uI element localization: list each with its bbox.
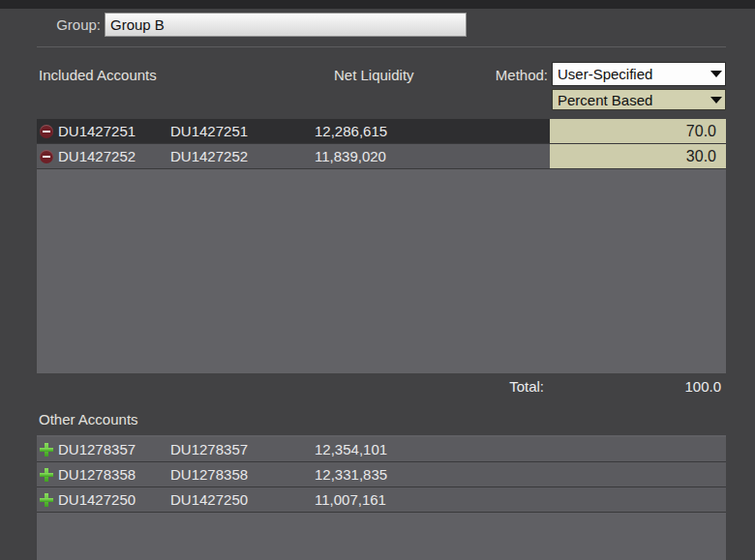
other-accounts-title: Other Accounts [39, 411, 138, 427]
table-row[interactable]: DU1278358 DU1278358 12,331,835 [37, 462, 726, 487]
method-label: Method: [476, 67, 548, 83]
account-name: DU1427251 [170, 119, 248, 143]
method-dropdown[interactable]: User-Specified [552, 62, 726, 86]
method-dropdown-value: User-Specified [553, 66, 708, 82]
account-name: DU1427250 [170, 487, 248, 512]
account-id: DU1278357 [58, 437, 136, 461]
net-liquidity-value: 12,354,101 [315, 437, 387, 461]
included-accounts-title: Included Accounts [39, 67, 157, 83]
account-id: DU1427250 [58, 487, 136, 512]
group-label: Group: [29, 16, 101, 33]
remove-account-icon[interactable] [40, 150, 53, 163]
table-row[interactable]: DU1278357 DU1278357 12,354,101 [37, 437, 726, 462]
net-liquidity-value: 11,007,161 [315, 487, 386, 512]
add-account-icon[interactable] [40, 443, 53, 457]
account-name: DU1427252 [170, 144, 248, 168]
remove-account-icon[interactable] [40, 125, 53, 138]
allocation-dropdown-value: Percent Based [553, 92, 708, 108]
divider [37, 46, 726, 47]
account-name: DU1278358 [170, 462, 248, 486]
net-liquidity-value: 11,839,020 [315, 144, 386, 168]
window-top-strip [0, 0, 755, 9]
group-name-input[interactable] [105, 13, 467, 37]
total-value: 100.0 [619, 378, 721, 395]
chevron-down-icon [708, 71, 725, 77]
included-accounts-table: DU1427251 DU1427251 12,286,615 70.0 DU14… [37, 119, 726, 373]
total-label: Total: [455, 378, 544, 395]
net-liquidity-value: 12,331,835 [315, 462, 387, 486]
account-id: DU1427252 [58, 144, 136, 168]
add-account-icon[interactable] [40, 493, 53, 507]
percent-cell[interactable]: 30.0 [550, 144, 726, 168]
account-group-config-window: Group: Included Accounts Net Liquidity M… [0, 0, 755, 560]
chevron-down-icon [708, 97, 725, 103]
allocation-type-dropdown[interactable]: Percent Based [552, 89, 726, 110]
add-account-icon[interactable] [40, 468, 53, 482]
table-row[interactable]: DU1427252 DU1427252 11,839,020 30.0 [37, 144, 726, 169]
account-id: DU1278358 [58, 462, 136, 486]
table-row[interactable]: DU1427250 DU1427250 11,007,161 [37, 487, 726, 513]
account-name: DU1278357 [170, 437, 248, 461]
other-accounts-table: DU1278357 DU1278357 12,354,101 DU1278358… [37, 435, 726, 560]
net-liquidity-header: Net Liquidity [334, 67, 414, 83]
percent-cell[interactable]: 70.0 [550, 119, 726, 143]
account-id: DU1427251 [58, 119, 136, 143]
table-row[interactable]: DU1427251 DU1427251 12,286,615 70.0 [37, 119, 726, 144]
net-liquidity-value: 12,286,615 [315, 119, 387, 143]
